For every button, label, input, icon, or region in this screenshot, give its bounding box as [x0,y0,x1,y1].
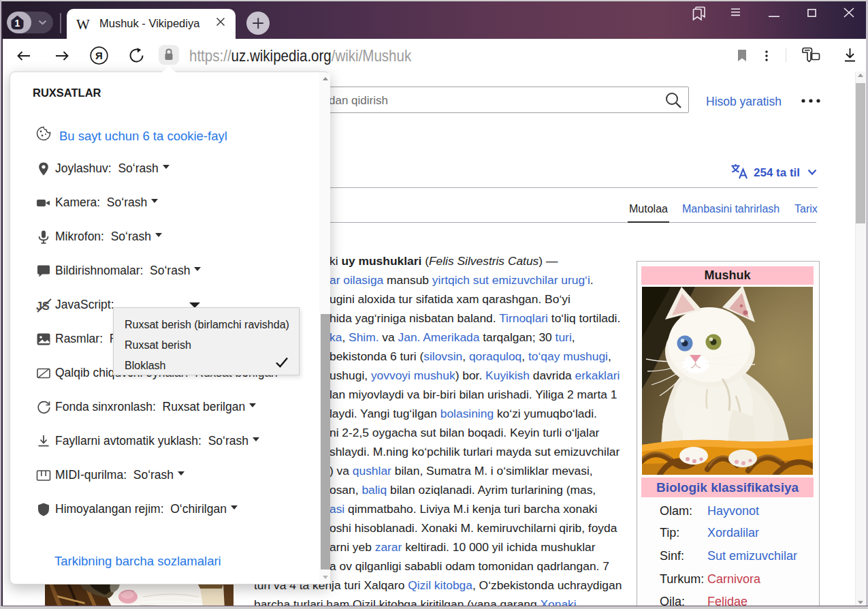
svg-text:1: 1 [15,18,20,29]
svg-text:Я: Я [95,50,103,61]
